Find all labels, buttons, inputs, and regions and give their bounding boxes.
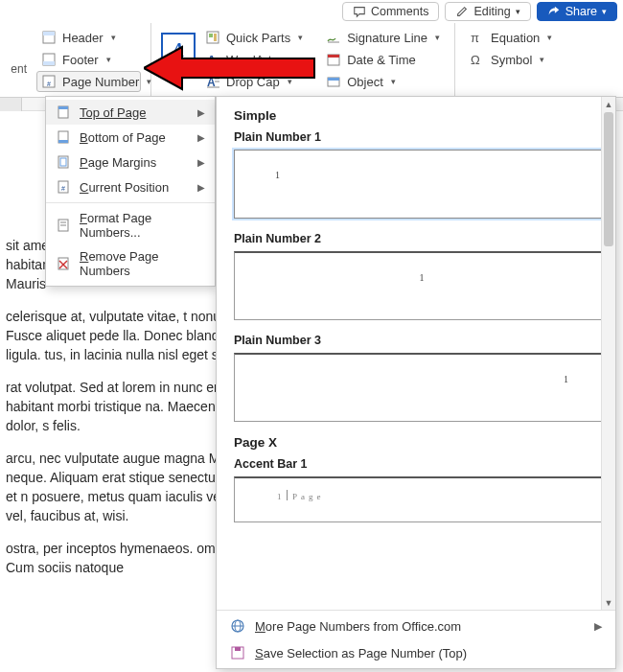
- chevron-right-icon: ▶: [197, 182, 205, 193]
- chevron-right-icon: ▶: [197, 107, 205, 118]
- save-icon: [230, 645, 245, 660]
- chevron-right-icon: ▶: [594, 620, 602, 633]
- wordart-button[interactable]: AWordArt: [200, 49, 308, 70]
- svg-text:A: A: [207, 53, 217, 67]
- remove-icon: [56, 256, 71, 271]
- menu-format-page-numbers[interactable]: Format Page Numbers...: [46, 206, 215, 244]
- share-icon: [547, 5, 561, 18]
- pencil-icon: [455, 5, 469, 18]
- chevron-down-icon: ▾: [547, 33, 552, 42]
- gallery-sub-plain1: Plain Number 1: [234, 130, 610, 144]
- scroll-up-icon[interactable]: ▲: [602, 97, 615, 111]
- editing-label: Editing: [473, 5, 510, 18]
- menu-bottom-of-page[interactable]: Bottom of Page▶: [46, 125, 215, 150]
- menu-current-position[interactable]: #Current Position▶: [46, 174, 215, 199]
- gallery-scrollbar[interactable]: ▲ ▼: [601, 97, 615, 610]
- menu-remove-page-numbers[interactable]: Remove Page Numbers: [46, 244, 215, 283]
- ribbon: ent Header▾ Footer▾ #Page Number▾ A Quic…: [0, 23, 623, 98]
- chevron-right-icon: ▶: [197, 132, 205, 143]
- gallery-sub-accent1: Accent Bar 1: [234, 457, 610, 471]
- object-icon: [326, 74, 341, 89]
- datetime-icon: [326, 52, 341, 67]
- wordart-icon: A: [205, 52, 220, 67]
- ribbon-group-symbols: πEquation▾ ΩSymbol▾: [455, 23, 566, 97]
- footer-button[interactable]: Footer▾: [36, 49, 141, 70]
- chevron-down-icon: ▾: [602, 7, 607, 16]
- footer-icon: [41, 52, 57, 67]
- object-button[interactable]: Object▾: [321, 71, 445, 92]
- save-selection[interactable]: Save Selection as Page Number (Top): [217, 639, 615, 666]
- preview-accent-bar-1[interactable]: 1Page: [234, 476, 610, 522]
- gallery-sub-plain3: Plain Number 3: [234, 334, 610, 347]
- date-time-button[interactable]: Date & Time: [321, 49, 445, 70]
- gallery-sub-plain2: Plain Number 2: [234, 232, 610, 245]
- signature-icon: [326, 30, 341, 45]
- menu-top-of-page[interactable]: Top of Page▶: [46, 100, 215, 125]
- chevron-right-icon: ▶: [197, 157, 205, 168]
- titlebar: Comments Editing ▾ Share ▾: [342, 0, 617, 23]
- chevron-down-icon: ▾: [298, 33, 303, 42]
- gallery-footer: More Page Numbers from Office.com▶ Save …: [217, 610, 615, 668]
- chevron-down-icon: ▾: [106, 55, 111, 64]
- header-icon: [41, 30, 57, 45]
- more-page-numbers[interactable]: More Page Numbers from Office.com▶: [217, 613, 615, 639]
- svg-rect-22: [58, 106, 68, 109]
- globe-icon: [230, 618, 245, 634]
- equation-icon: π: [470, 30, 485, 45]
- drop-cap-button[interactable]: ADrop Cap▾: [200, 71, 308, 92]
- ribbon-clip-left: ent: [0, 23, 27, 97]
- share-label: Share: [565, 5, 597, 18]
- current-pos-icon: #: [56, 179, 71, 195]
- menu-page-margins[interactable]: Page Margins▶: [46, 150, 215, 174]
- preview-plain-number-1[interactable]: 1: [234, 150, 610, 219]
- editing-button[interactable]: Editing ▾: [445, 2, 530, 21]
- ribbon-group-text: A Quick Parts▾ Signature Line▾ AWordArt …: [151, 23, 455, 97]
- preview-plain-number-3[interactable]: 1: [234, 353, 610, 422]
- chevron-down-icon: ▾: [288, 77, 292, 86]
- svg-rect-39: [235, 647, 241, 651]
- page-number-icon: #: [41, 74, 57, 89]
- quick-parts-icon: [205, 30, 220, 45]
- chevron-down-icon: ▾: [391, 77, 396, 86]
- page-number-gallery: Simple Plain Number 1 1 Plain Number 2 1…: [216, 96, 616, 669]
- chevron-down-icon: ▾: [540, 55, 544, 64]
- equation-button[interactable]: πEquation▾: [465, 27, 557, 48]
- gallery-heading-pagex: Page X: [234, 435, 610, 450]
- menu-separator: [46, 202, 215, 203]
- page-top-icon: [56, 104, 71, 120]
- chevron-down-icon: ▾: [111, 33, 116, 42]
- page-number-menu: Top of Page▶ Bottom of Page▶ Page Margin…: [45, 96, 216, 287]
- quick-parts-button[interactable]: Quick Parts▾: [200, 27, 308, 48]
- share-button[interactable]: Share ▾: [537, 2, 617, 21]
- svg-text:Ω: Ω: [471, 53, 480, 67]
- comment-icon: [353, 5, 366, 18]
- scroll-thumb[interactable]: [604, 112, 613, 246]
- preview-plain-number-2[interactable]: 1: [234, 251, 610, 320]
- svg-rect-8: [214, 34, 217, 41]
- svg-rect-12: [328, 55, 339, 58]
- page-margins-icon: [56, 154, 71, 170]
- gallery-heading-simple: Simple: [234, 108, 610, 123]
- symbol-icon: Ω: [470, 52, 485, 67]
- drop-cap-icon: A: [205, 74, 220, 89]
- svg-text:π: π: [471, 31, 479, 45]
- svg-rect-18: [328, 78, 339, 81]
- scroll-down-icon[interactable]: ▼: [602, 595, 615, 610]
- svg-rect-24: [58, 140, 68, 143]
- header-button[interactable]: Header▾: [36, 27, 141, 48]
- svg-rect-3: [43, 61, 55, 65]
- chevron-down-icon: ▾: [435, 33, 440, 42]
- page-bottom-icon: [56, 129, 71, 145]
- svg-rect-1: [43, 32, 55, 35]
- doc-fragment: rttitor: [2, 115, 42, 240]
- comments-button[interactable]: Comments: [342, 2, 439, 21]
- svg-text:#: #: [61, 185, 65, 192]
- signature-line-button[interactable]: Signature Line▾: [321, 27, 445, 48]
- chevron-down-icon: ▾: [516, 7, 520, 16]
- comments-label: Comments: [371, 5, 428, 18]
- svg-text:#: #: [47, 81, 51, 87]
- page-number-button[interactable]: #Page Number▾: [36, 71, 141, 92]
- symbol-button[interactable]: ΩSymbol▾: [465, 49, 557, 70]
- gallery-body: Simple Plain Number 1 1 Plain Number 2 1…: [217, 97, 615, 610]
- textbox-big-icon[interactable]: A: [161, 33, 196, 67]
